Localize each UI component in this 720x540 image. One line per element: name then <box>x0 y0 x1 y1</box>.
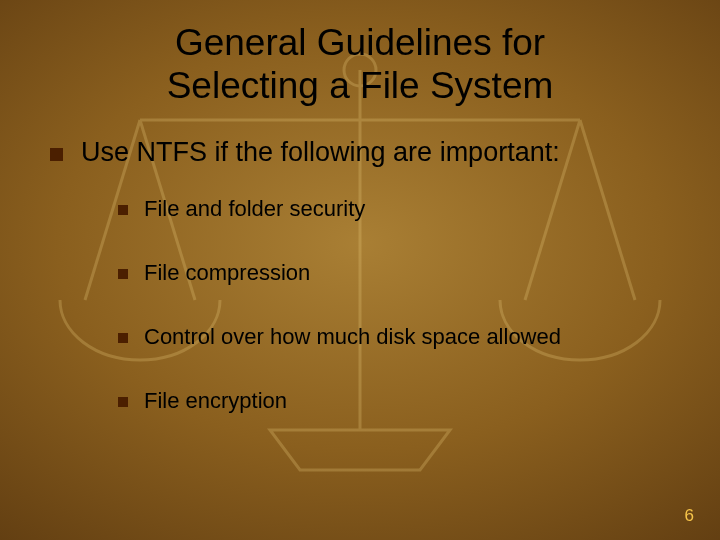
square-bullet-icon <box>50 148 63 161</box>
main-point-text: Use NTFS if the following are important: <box>81 137 560 168</box>
square-bullet-icon <box>118 269 128 279</box>
title-line-1: General Guidelines for <box>175 22 545 63</box>
slide-title: General Guidelines for Selecting a File … <box>40 22 680 107</box>
sub-point-text: File and folder security <box>144 196 365 222</box>
bullet-level2: File compression <box>118 260 680 286</box>
title-line-2: Selecting a File System <box>167 65 554 106</box>
sub-point-text: File compression <box>144 260 310 286</box>
bullet-level2: Control over how much disk space allowed <box>118 324 680 350</box>
sub-point-text: Control over how much disk space allowed <box>144 324 561 350</box>
bullet-level2: File and folder security <box>118 196 680 222</box>
sub-point-text: File encryption <box>144 388 287 414</box>
square-bullet-icon <box>118 333 128 343</box>
sub-bullet-list: File and folder security File compressio… <box>118 196 680 414</box>
square-bullet-icon <box>118 397 128 407</box>
bullet-level2: File encryption <box>118 388 680 414</box>
bullet-level1: Use NTFS if the following are important: <box>50 137 680 168</box>
slide: General Guidelines for Selecting a File … <box>0 0 720 540</box>
page-number: 6 <box>685 506 694 526</box>
slide-content: General Guidelines for Selecting a File … <box>0 0 720 414</box>
square-bullet-icon <box>118 205 128 215</box>
